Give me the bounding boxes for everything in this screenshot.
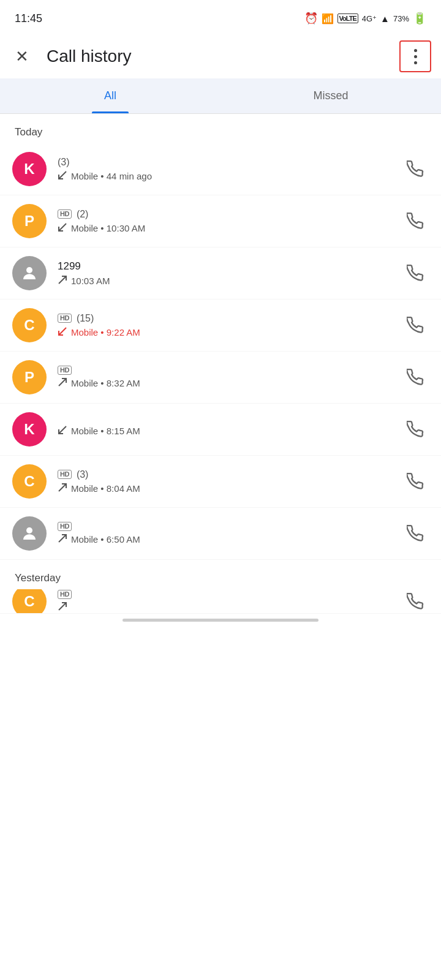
direction-outgoing-icon — [58, 533, 67, 545]
call-detail: Mobile • 10:30 AM — [71, 223, 145, 233]
call-bottom-row: Mobile • 8:15 AM — [58, 425, 402, 437]
call-top-row: HD — [58, 522, 402, 531]
call-info: 129910:03 AM — [58, 260, 402, 287]
alarm-icon: ⏰ — [304, 12, 318, 25]
avatar: K — [12, 152, 47, 186]
hd-badge: HD — [58, 522, 72, 531]
avatar — [12, 256, 47, 290]
call-detail: Mobile • 8:04 AM — [71, 483, 140, 494]
phone-icon — [407, 369, 424, 386]
phone-icon — [407, 160, 424, 178]
call-phone-button[interactable] — [402, 364, 429, 391]
call-info: HDMobile • 8:32 AM — [58, 366, 402, 389]
avatar — [12, 516, 47, 551]
direction-incoming-icon — [58, 170, 67, 182]
tab-missed[interactable]: Missed — [221, 78, 441, 113]
signal-bars: ▲ — [380, 13, 390, 24]
hd-badge: HD — [58, 366, 72, 375]
direction-outgoing-icon — [58, 483, 67, 494]
call-info: HD(2)Mobile • 10:30 AM — [58, 209, 402, 234]
call-item[interactable]: PHD(2)Mobile • 10:30 AM — [0, 195, 441, 247]
hd-badge: HD — [58, 470, 72, 479]
avatar: P — [12, 204, 47, 238]
page-title: Call history — [47, 47, 131, 66]
phone-icon — [407, 421, 424, 438]
phone-icon — [407, 525, 424, 542]
call-detail: Mobile • 6:50 AM — [71, 534, 140, 545]
more-options-button[interactable] — [399, 40, 431, 72]
call-count: (2) — [77, 209, 89, 220]
svg-line-3 — [59, 276, 66, 284]
call-detail: Mobile • 8:15 AM — [71, 426, 140, 436]
close-button[interactable]: ✕ — [10, 44, 34, 69]
call-item[interactable]: HDMobile • 6:50 AM — [0, 508, 441, 560]
tab-underline — [92, 111, 129, 113]
call-phone-button[interactable] — [402, 589, 429, 614]
call-phone-button[interactable] — [402, 208, 429, 235]
call-bottom-row: Mobile • 10:30 AM — [58, 222, 402, 234]
hd-badge: HD — [58, 209, 72, 219]
call-item[interactable]: 129910:03 AM — [0, 247, 441, 300]
call-top-row: HD(15) — [58, 313, 402, 324]
call-phone-button[interactable] — [402, 156, 429, 183]
call-detail: Mobile • 8:32 AM — [71, 378, 140, 388]
avatar: C — [12, 589, 47, 614]
call-phone-button[interactable] — [402, 312, 429, 339]
call-item[interactable]: CHD — [0, 589, 441, 614]
call-bottom-row: Mobile • 8:04 AM — [58, 483, 402, 494]
call-info: (3)Mobile • 44 min ago — [58, 157, 402, 182]
svg-line-1 — [59, 224, 66, 231]
avatar: C — [12, 464, 47, 499]
call-item[interactable]: KMobile • 8:15 AM — [0, 404, 441, 456]
call-info: Mobile • 8:15 AM — [58, 423, 402, 437]
direction-incoming-icon — [58, 222, 67, 234]
network-icon: 4G⁺ — [362, 14, 377, 23]
call-item[interactable]: PHDMobile • 8:32 AM — [0, 352, 441, 404]
top-bar: ✕ Call history — [0, 34, 441, 78]
status-time: 11:45 — [15, 12, 42, 25]
avatar: C — [12, 308, 47, 342]
call-top-row: HD — [58, 366, 402, 375]
call-count: (15) — [77, 313, 94, 324]
tab-bar: All Missed — [0, 78, 441, 114]
tab-all[interactable]: All — [0, 78, 221, 113]
svg-line-9 — [59, 535, 66, 542]
call-top-row: HD(3) — [58, 469, 402, 480]
hd-badge: HD — [58, 590, 72, 599]
call-bottom-row: 10:03 AM — [58, 275, 402, 287]
direction-outgoing-icon — [58, 601, 67, 613]
call-info: HD — [58, 590, 402, 613]
call-detail: 10:03 AM — [71, 276, 110, 286]
call-phone-button[interactable] — [402, 520, 429, 547]
svg-point-2 — [26, 267, 32, 273]
top-bar-left: ✕ Call history — [10, 44, 131, 69]
svg-line-5 — [59, 379, 66, 386]
direction-outgoing-icon — [58, 377, 67, 389]
call-bottom-row: Mobile • 9:22 AM — [58, 326, 402, 338]
call-item[interactable]: K(3)Mobile • 44 min ago — [0, 143, 441, 195]
status-bar: 11:45 ⏰ 📶 VoLTE 4G⁺ ▲ 73% 🔋 — [0, 0, 441, 34]
call-detail: Mobile • 9:22 AM — [71, 327, 140, 337]
call-top-row: HD(2) — [58, 209, 402, 220]
call-count: (3) — [77, 469, 89, 480]
call-phone-button[interactable] — [402, 260, 429, 287]
call-list: TodayK(3)Mobile • 44 min ago PHD(2)Mobil… — [0, 114, 441, 614]
call-item[interactable]: CHD(15)Mobile • 9:22 AM — [0, 300, 441, 352]
call-top-row: HD — [58, 590, 402, 599]
call-item[interactable]: CHD(3)Mobile • 8:04 AM — [0, 456, 441, 508]
phone-icon — [407, 593, 424, 610]
call-phone-button[interactable] — [402, 416, 429, 443]
bluetooth-icon: 📶 — [322, 13, 334, 24]
more-icon — [414, 49, 417, 64]
call-name: 1299 — [58, 260, 81, 273]
call-top-row: 1299 — [58, 260, 402, 273]
call-phone-button[interactable] — [402, 468, 429, 495]
call-count: (3) — [58, 157, 70, 168]
svg-point-8 — [26, 527, 32, 533]
call-info: HDMobile • 6:50 AM — [58, 522, 402, 545]
call-bottom-row: Mobile • 44 min ago — [58, 170, 402, 182]
phone-icon — [407, 317, 424, 334]
hd-badge: HD — [58, 314, 72, 323]
call-bottom-row: Mobile • 6:50 AM — [58, 533, 402, 545]
svg-line-6 — [59, 426, 66, 434]
